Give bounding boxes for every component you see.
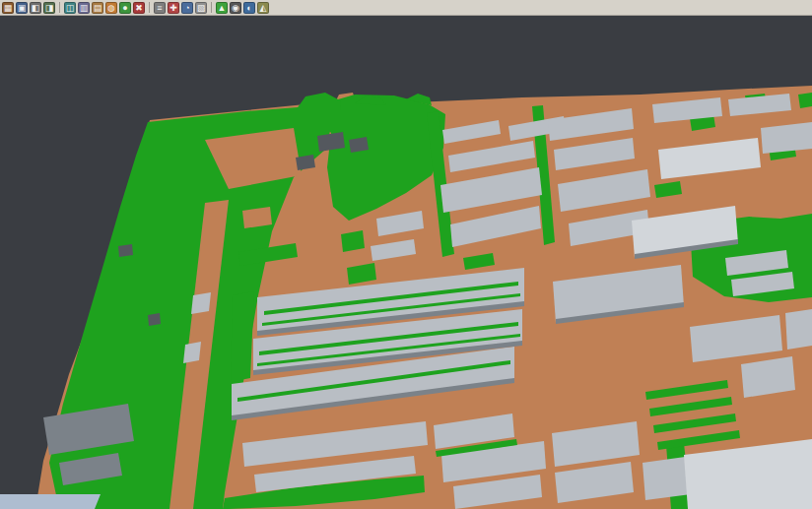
- building-roof: [183, 342, 201, 363]
- histogram-icon[interactable]: ◭: [257, 2, 269, 14]
- dark-structure: [148, 313, 161, 326]
- viewport-3d[interactable]: [0, 16, 812, 509]
- merge-icon[interactable]: ▥: [78, 2, 90, 14]
- export-icon[interactable]: ◨: [43, 2, 55, 14]
- subsample-icon[interactable]: ◍: [105, 2, 117, 14]
- toolbar: ▦ ▣ ◧ ◨ ◫ ▥ ▤ ◍ ● ✖ ≡ ✚ ◔ ▧ ▲ ◉ ◐ ◭: [0, 0, 812, 16]
- crop-icon[interactable]: ▤: [92, 2, 103, 14]
- toolbar-separator: [59, 2, 60, 13]
- vegetation-patch: [231, 291, 254, 382]
- grid-icon[interactable]: ▧: [195, 2, 207, 14]
- bottom-left-light-area: [0, 494, 101, 509]
- application-window: ▦ ▣ ◧ ◨ ◫ ▥ ▤ ◍ ● ✖ ≡ ✚ ◔ ▧ ▲ ◉ ◐ ◭: [0, 0, 812, 509]
- dark-structure: [118, 244, 133, 257]
- sphere-icon[interactable]: ●: [119, 2, 131, 14]
- toolbar-separator: [149, 2, 150, 13]
- clone-icon[interactable]: ◫: [64, 2, 76, 14]
- vegetation-filter-icon[interactable]: ▲: [216, 2, 228, 14]
- snapshot-icon[interactable]: ◉: [230, 2, 241, 14]
- light-area-layer: [0, 494, 101, 509]
- vegetation-patch: [798, 93, 812, 108]
- toolbar-separator: [211, 2, 212, 13]
- tree-canopy: [296, 93, 341, 110]
- building-roof: [785, 309, 812, 350]
- open-icon[interactable]: ▦: [2, 2, 14, 14]
- save-icon[interactable]: ▣: [16, 2, 28, 14]
- delete-icon[interactable]: ✖: [133, 2, 145, 14]
- import-icon[interactable]: ◧: [30, 2, 41, 14]
- rotate-icon[interactable]: ◔: [181, 2, 193, 14]
- building-roof: [191, 292, 211, 314]
- globe-icon[interactable]: ◐: [243, 2, 255, 14]
- settings-icon[interactable]: ≡: [154, 2, 166, 14]
- close-icon[interactable]: ✚: [168, 2, 179, 14]
